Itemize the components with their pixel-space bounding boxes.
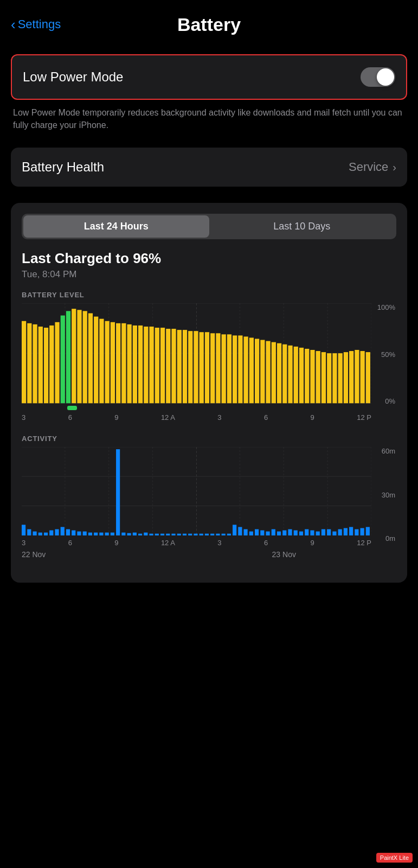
act-x-3p: 3 [217, 539, 221, 547]
back-button[interactable]: ‹ Settings [11, 17, 61, 31]
svg-rect-18 [61, 316, 65, 404]
svg-rect-66 [327, 354, 331, 404]
svg-rect-32 [138, 326, 143, 403]
svg-rect-43 [200, 333, 204, 404]
tab-last-10-days[interactable]: Last 10 Days [209, 215, 395, 238]
svg-rect-40 [183, 330, 187, 404]
svg-rect-22 [83, 311, 87, 404]
svg-rect-25 [99, 319, 104, 404]
act-x-6a: 6 [68, 539, 72, 547]
svg-rect-29 [121, 323, 126, 403]
svg-rect-100 [94, 532, 98, 535]
svg-rect-21 [77, 310, 81, 404]
battery-y-labels: 100% 50% 0% [377, 303, 396, 405]
x-label-12a: 12 A [161, 413, 175, 422]
svg-rect-41 [188, 331, 192, 404]
svg-rect-69 [344, 352, 348, 403]
activity-chart-container: 60m 30m 0m [22, 447, 396, 559]
svg-rect-71 [355, 350, 359, 403]
svg-rect-91 [44, 532, 48, 535]
low-power-mode-row[interactable]: Low Power Mode [11, 54, 407, 100]
header: ‹ Settings Battery [0, 0, 418, 49]
svg-rect-39 [177, 330, 182, 404]
low-power-mode-section: Low Power Mode Low Power Mode temporaril… [11, 54, 407, 131]
svg-rect-61 [299, 348, 304, 403]
watermark: PaintX Lite [376, 853, 413, 863]
tab-last-24-hours[interactable]: Last 24 Hours [23, 215, 209, 238]
battery-level-chart-container: 100% 50% 0% [22, 303, 396, 421]
act-x-3a: 3 [22, 539, 25, 547]
svg-rect-146 [349, 527, 353, 535]
y-label-30m: 30m [382, 491, 395, 499]
charging-indicator [67, 406, 77, 410]
svg-rect-45 [210, 334, 215, 404]
back-chevron-icon: ‹ [11, 17, 16, 31]
svg-rect-93 [55, 529, 59, 535]
svg-rect-14 [38, 327, 43, 403]
act-x-9a: 9 [114, 539, 118, 547]
svg-rect-103 [111, 532, 114, 535]
svg-rect-67 [332, 354, 337, 404]
svg-rect-54 [260, 340, 265, 404]
svg-rect-97 [77, 531, 81, 535]
svg-rect-55 [266, 341, 270, 404]
low-power-mode-description: Low Power Mode temporarily reduces backg… [13, 106, 405, 131]
svg-rect-26 [105, 321, 110, 404]
svg-rect-65 [321, 352, 326, 403]
x-label-3p: 3 [217, 413, 221, 422]
svg-rect-20 [72, 309, 76, 404]
svg-rect-109 [144, 532, 147, 535]
svg-rect-128 [249, 531, 253, 535]
last-charged-subtitle: Tue, 8:04 PM [22, 269, 396, 280]
svg-rect-89 [33, 531, 36, 535]
svg-rect-94 [61, 527, 65, 535]
svg-rect-56 [272, 342, 276, 404]
svg-rect-95 [66, 529, 70, 535]
svg-rect-27 [111, 322, 115, 403]
svg-rect-37 [166, 329, 170, 403]
svg-rect-12 [27, 323, 31, 403]
svg-rect-124 [227, 533, 231, 535]
svg-rect-98 [83, 531, 87, 535]
battery-level-chart-section: BATTERY LEVEL 100% 50% 0% [22, 291, 396, 421]
svg-rect-44 [205, 333, 209, 404]
svg-rect-96 [72, 530, 75, 535]
svg-rect-60 [294, 347, 298, 403]
svg-rect-129 [255, 529, 259, 535]
svg-rect-31 [133, 326, 137, 403]
activity-label: ACTIVITY [22, 435, 396, 443]
battery-health-label: Battery Health [22, 159, 104, 175]
svg-rect-144 [338, 529, 342, 535]
svg-rect-34 [149, 327, 153, 403]
svg-rect-15 [44, 328, 48, 403]
svg-rect-137 [299, 531, 303, 535]
svg-rect-92 [49, 530, 53, 535]
svg-rect-11 [22, 321, 26, 404]
battery-health-row[interactable]: Battery Health Service › [11, 148, 407, 187]
last-charged-info: Last Charged to 96% Tue, 8:04 PM [22, 250, 396, 280]
svg-rect-134 [282, 530, 286, 535]
svg-rect-119 [200, 533, 203, 535]
svg-rect-19 [66, 311, 70, 404]
svg-rect-136 [294, 530, 298, 535]
low-power-mode-toggle[interactable] [361, 67, 395, 87]
svg-rect-73 [366, 352, 370, 403]
svg-rect-33 [144, 327, 148, 403]
date-label-22nov: 22 Nov [22, 550, 197, 559]
date-label-23nov: 23 Nov [197, 550, 372, 559]
svg-rect-47 [222, 335, 226, 404]
svg-rect-30 [127, 324, 132, 403]
act-x-12a: 12 A [161, 539, 175, 547]
svg-rect-130 [260, 530, 264, 535]
x-label-6a: 6 [68, 413, 72, 422]
low-power-mode-label: Low Power Mode [23, 69, 123, 85]
last-charged-title: Last Charged to 96% [22, 250, 396, 267]
svg-rect-127 [244, 529, 248, 535]
x-label-12p: 12 P [357, 413, 371, 422]
y-label-50: 50% [381, 350, 395, 359]
svg-rect-58 [282, 344, 287, 404]
svg-rect-132 [272, 529, 275, 535]
activity-chart-area: 3 6 9 12 A 3 6 9 12 P 22 Nov 23 Nov [22, 447, 371, 559]
activity-x-labels: 3 6 9 12 A 3 6 9 12 P [22, 537, 371, 547]
svg-rect-88 [27, 529, 31, 535]
